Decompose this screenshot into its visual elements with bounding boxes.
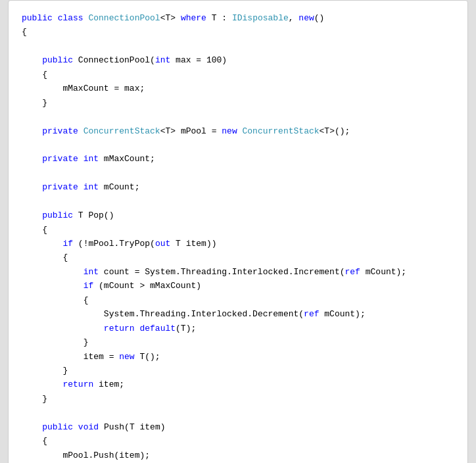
token-plain: ( <box>298 309 304 319</box>
token-plain: mCount; <box>99 182 139 192</box>
token-plain: { <box>42 70 47 80</box>
token-plain: mCount); <box>360 267 406 277</box>
token-kw: new <box>222 126 237 136</box>
token-type: ConnectionPool <box>88 13 160 23</box>
code-line: public void Push(T item) <box>22 420 454 434</box>
token-plain <box>78 126 83 136</box>
token-type: IDisposable <box>232 13 289 23</box>
code-block: public class ConnectionPool<T> where T :… <box>22 11 454 463</box>
code-line: public ConnectionPool(int max = 100) <box>22 53 454 67</box>
token-plain <box>53 13 58 23</box>
code-line: mMaxCount = max; <box>22 82 454 95</box>
token-plain: (T item) <box>124 422 165 432</box>
token-plain: T(); <box>135 352 160 362</box>
token-plain <box>99 422 104 432</box>
token-plain: mMaxCount = max; <box>62 84 145 93</box>
token-kw: int <box>83 182 99 192</box>
code-line: { <box>22 293 454 307</box>
code-line <box>22 138 454 152</box>
code-line: } <box>22 96 454 110</box>
code-line <box>22 110 454 124</box>
token-plain: <T> <box>160 13 181 23</box>
token-kw: public <box>42 422 73 432</box>
token-method: ConnectionPool <box>78 55 150 65</box>
token-plain: ( <box>340 267 345 277</box>
code-line: public class ConnectionPool<T> where T :… <box>22 11 454 25</box>
token-kw: public <box>22 13 53 23</box>
token-plain: () <box>314 13 325 23</box>
token-method: Increment <box>293 267 339 277</box>
token-plain: <T>(); <box>320 126 350 136</box>
token-plain: (T); <box>176 324 196 333</box>
code-line: mPool.Push(item); <box>22 449 454 462</box>
token-plain: { <box>83 295 89 305</box>
token-kw: if <box>83 281 94 291</box>
token-method: TryPop <box>119 239 150 249</box>
code-line: if (mCount > mMaxCount) <box>22 279 454 293</box>
code-line: private int mCount; <box>22 180 454 194</box>
token-plain <box>73 55 78 65</box>
code-line: if (!mPool.TryPop(out T item)) <box>22 237 454 251</box>
code-window: public class ConnectionPool<T> where T :… <box>8 0 468 463</box>
token-plain: <T> mPool = <box>160 126 222 136</box>
code-line <box>22 406 454 420</box>
code-line: item = new T(); <box>22 350 454 364</box>
token-method: Decrement <box>252 309 298 319</box>
code-line: { <box>22 251 454 264</box>
code-line: return default(T); <box>22 322 454 335</box>
token-method: Push <box>104 422 124 432</box>
token-method: Push <box>93 451 114 460</box>
token-plain: T : <box>206 13 232 23</box>
code-line: { <box>22 68 454 82</box>
token-kw: private <box>42 182 78 192</box>
token-plain: mCount); <box>320 309 366 319</box>
token-plain: } <box>83 337 89 347</box>
code-line: { <box>22 25 454 39</box>
token-kw: return <box>62 379 93 389</box>
code-line: private ConcurrentStack<T> mPool = new C… <box>22 124 454 138</box>
token-plain: System.Threading.Interlocked. <box>104 309 252 319</box>
token-kw: return <box>104 324 135 333</box>
token-plain: T <box>73 210 88 220</box>
code-line: } <box>22 364 454 378</box>
code-line: private int mMaxCount; <box>22 152 454 166</box>
token-plain: (!mPool. <box>73 239 119 249</box>
token-plain <box>78 182 83 192</box>
token-kw: class <box>58 13 83 23</box>
token-plain: max = 100) <box>170 55 227 65</box>
code-line <box>22 166 454 180</box>
token-kw: void <box>78 422 99 432</box>
token-plain: { <box>22 27 27 37</box>
token-method: Pop <box>88 210 103 220</box>
token-plain: { <box>42 436 47 446</box>
token-plain: ( <box>150 55 155 65</box>
token-plain: count = System.Threading.Interlocked. <box>99 267 293 277</box>
token-kw: out <box>155 239 170 249</box>
token-plain: T item)) <box>170 239 216 249</box>
code-line: return item; <box>22 378 454 391</box>
token-type: ConcurrentStack <box>243 126 320 136</box>
token-plain: mMaxCount; <box>99 154 155 164</box>
token-kw: int <box>155 55 170 65</box>
token-plain: item = <box>83 352 120 362</box>
code-line: { <box>22 223 454 237</box>
token-kw: ref <box>345 267 360 277</box>
token-kw: new <box>298 13 314 23</box>
token-plain: { <box>62 253 68 262</box>
token-kw: where <box>181 13 206 23</box>
token-kw: ref <box>304 309 319 319</box>
token-kw: private <box>42 126 78 136</box>
code-line: } <box>22 335 454 349</box>
code-line: public T Pop() <box>22 208 454 222</box>
token-plain: } <box>42 394 47 404</box>
code-line: } <box>22 392 454 406</box>
token-plain: mPool. <box>62 451 93 460</box>
code-line: int count = System.Threading.Interlocked… <box>22 265 454 279</box>
token-plain: , <box>289 13 299 23</box>
token-plain: (item); <box>114 451 150 460</box>
token-plain: () <box>104 210 114 220</box>
token-plain: (mCount > mMaxCount) <box>93 281 201 291</box>
token-kw: int <box>83 154 99 164</box>
token-kw: public <box>42 55 73 65</box>
token-plain <box>78 154 83 164</box>
